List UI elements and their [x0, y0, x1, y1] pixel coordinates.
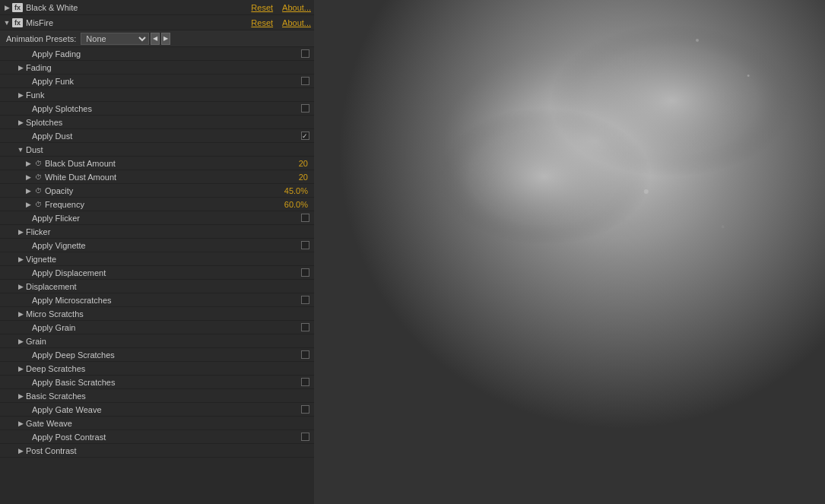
reset-button[interactable]: Reset [251, 18, 273, 27]
row-basic-scratches[interactable]: Basic Scratches [0, 389, 314, 403]
apply-funk-checkbox[interactable] [299, 75, 311, 87]
apply-flicker-checkbox[interactable] [299, 212, 311, 224]
row-micro-scratcths[interactable]: Micro Scratcths [0, 307, 314, 321]
apply-grain-checkbox[interactable] [299, 322, 311, 334]
expand-triangle[interactable] [3, 4, 11, 11]
flicker-label: Flicker [26, 227, 311, 236]
row-apply-vignette[interactable]: Apply Vignette [0, 239, 314, 252]
expand-triangle[interactable] [3, 19, 11, 27]
frequency-stopwatch-icon[interactable] [33, 200, 43, 209]
basic-scratches-expand[interactable] [17, 392, 24, 400]
row-flicker[interactable]: Flicker [0, 225, 314, 239]
row-apply-gate-weave[interactable]: Apply Gate Weave [0, 403, 314, 417]
apply-post-contrast-label: Apply Post Contrast [21, 433, 299, 442]
opacity-label: Opacity [45, 186, 273, 195]
funk-label: Funk [26, 90, 311, 100]
frequency-expand[interactable] [24, 201, 32, 208]
row-splotches[interactable]: Splotches [0, 116, 314, 129]
row-apply-dust[interactable]: Apply Dust [0, 129, 314, 143]
apply-fading-label: Apply Fading [21, 49, 299, 59]
funk-expand[interactable] [17, 91, 24, 99]
row-post-contrast[interactable]: Post Contrast [0, 444, 314, 458]
splotches-expand[interactable] [17, 119, 24, 126]
preview-area [314, 0, 825, 504]
flicker-expand[interactable] [17, 228, 24, 236]
scene-svg [314, 0, 825, 504]
about-button[interactable]: About... [282, 3, 311, 12]
row-funk[interactable]: Funk [0, 88, 314, 102]
next-preset-button[interactable]: ▶ [161, 33, 170, 45]
apply-microscratches-checkbox[interactable] [299, 294, 311, 306]
apply-splotches-label: Apply Splotches [21, 104, 299, 113]
row-apply-deep-scratches[interactable]: Apply Deep Scratches [0, 348, 314, 362]
white-dust-stopwatch-icon[interactable] [33, 173, 43, 182]
apply-basic-scratches-checkbox[interactable] [299, 376, 311, 388]
apply-flicker-label: Apply Flicker [21, 214, 299, 223]
displacement-label: Displacement [26, 282, 311, 291]
post-contrast-expand[interactable] [17, 447, 24, 455]
apply-vignette-checkbox[interactable] [299, 239, 311, 252]
row-vignette[interactable]: Vignette [0, 252, 314, 266]
opacity-stopwatch-icon[interactable] [33, 186, 43, 195]
white-dust-expand[interactable] [24, 173, 32, 181]
apply-post-contrast-checkbox[interactable] [299, 431, 311, 443]
about-button[interactable]: About... [282, 18, 311, 27]
row-fading[interactable]: Fading [0, 61, 314, 74]
row-apply-post-contrast[interactable]: Apply Post Contrast [0, 430, 314, 444]
grain-label: Grain [26, 337, 311, 346]
row-apply-basic-scratches[interactable]: Apply Basic Scratches [0, 376, 314, 389]
apply-fading-checkbox[interactable] [299, 48, 311, 60]
apply-displacement-label: Apply Displacement [21, 268, 299, 277]
animation-presets-select[interactable]: None [81, 33, 149, 45]
displacement-expand[interactable] [17, 283, 24, 290]
vignette-expand[interactable] [17, 255, 24, 263]
apply-deep-scratches-label: Apply Deep Scratches [21, 350, 299, 360]
apply-funk-label: Apply Funk [21, 77, 299, 86]
row-apply-flicker[interactable]: Apply Flicker [0, 211, 314, 225]
row-displacement[interactable]: Displacement [0, 280, 314, 293]
row-dust[interactable]: Dust [0, 143, 314, 157]
gate-weave-label: Gate Weave [26, 419, 311, 428]
effect-row-black-white[interactable]: fx Black & White Reset About... [0, 0, 314, 15]
frequency-value: 60.0% [273, 200, 311, 209]
row-apply-fading[interactable]: Apply Fading [0, 47, 314, 61]
row-apply-funk[interactable]: Apply Funk [0, 74, 314, 88]
row-black-dust-amount[interactable]: Black Dust Amount 20 [0, 157, 314, 170]
apply-displacement-checkbox[interactable] [299, 267, 311, 279]
svg-point-4 [696, 39, 699, 42]
dust-expand[interactable] [17, 146, 24, 154]
row-apply-displacement[interactable]: Apply Displacement [0, 266, 314, 280]
opacity-value: 45.0% [273, 186, 311, 195]
row-apply-splotches[interactable]: Apply Splotches [0, 102, 314, 116]
apply-splotches-checkbox[interactable] [299, 103, 311, 115]
black-dust-value: 20 [273, 159, 311, 168]
apply-gate-weave-checkbox[interactable] [299, 404, 311, 416]
row-apply-grain[interactable]: Apply Grain [0, 321, 314, 334]
row-white-dust-amount[interactable]: White Dust Amount 20 [0, 170, 314, 184]
black-dust-stopwatch-icon[interactable] [33, 159, 43, 168]
row-deep-scratches[interactable]: Deep Scratches [0, 362, 314, 376]
row-apply-microscratches[interactable]: Apply Microscratches [0, 293, 314, 307]
row-grain[interactable]: Grain [0, 334, 314, 348]
gate-weave-expand[interactable] [17, 420, 24, 427]
effects-panel[interactable]: fx Black & White Reset About... fx MisFi… [0, 0, 314, 504]
black-dust-label: Black Dust Amount [45, 159, 273, 168]
opacity-expand[interactable] [24, 187, 32, 195]
prev-preset-button[interactable]: ◀ [151, 33, 160, 45]
vignette-label: Vignette [26, 255, 311, 264]
deep-scratches-expand[interactable] [17, 365, 24, 372]
effect-row-misfire[interactable]: fx MisFire Reset About... [0, 15, 314, 30]
black-dust-expand[interactable] [24, 160, 32, 167]
apply-grain-label: Apply Grain [21, 323, 299, 332]
row-opacity[interactable]: Opacity 45.0% [0, 184, 314, 198]
reset-button[interactable]: Reset [251, 3, 273, 12]
micro-scratcths-expand[interactable] [17, 310, 24, 318]
frequency-label: Frequency [45, 200, 273, 209]
apply-deep-scratches-checkbox[interactable] [299, 349, 311, 361]
row-frequency[interactable]: Frequency 60.0% [0, 198, 314, 211]
grain-expand[interactable] [17, 338, 24, 345]
row-gate-weave[interactable]: Gate Weave [0, 417, 314, 430]
micro-scratcths-label: Micro Scratcths [26, 309, 311, 319]
apply-dust-checkbox[interactable] [299, 130, 311, 142]
fading-expand[interactable] [17, 64, 24, 71]
